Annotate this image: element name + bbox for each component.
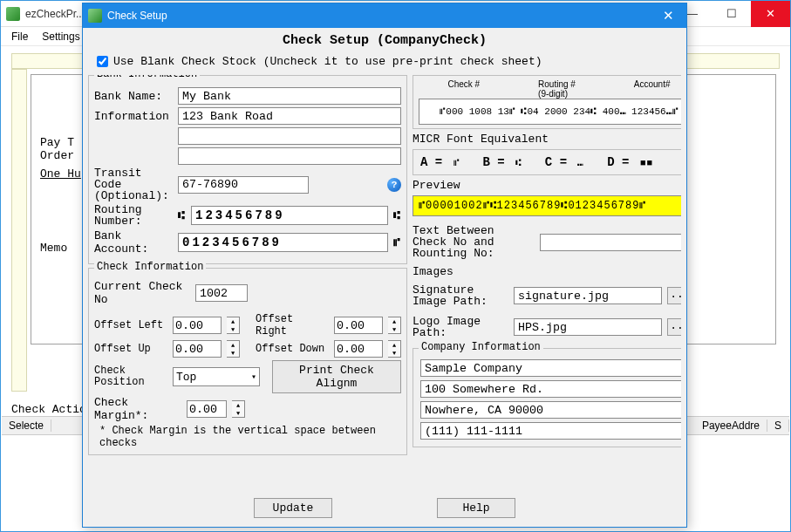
dialog-title: Check Setup (CompanyCheck) bbox=[88, 33, 681, 48]
ruler-vertical bbox=[11, 69, 27, 392]
menu-settings[interactable]: Settings bbox=[35, 31, 86, 43]
preview-label: Preview bbox=[413, 179, 681, 192]
offset-left-spinner[interactable]: ▲▼ bbox=[227, 317, 240, 334]
company-information-group: Company Information bbox=[413, 348, 681, 447]
micr-preview: ⑈00001002⑈⑆123456789⑆0123456789⑈ bbox=[413, 195, 681, 216]
bank-name-label: Bank Name: bbox=[94, 90, 173, 103]
check-margin-input[interactable] bbox=[187, 400, 227, 418]
logo-path-input[interactable] bbox=[514, 318, 662, 336]
routing-number-input[interactable] bbox=[191, 206, 388, 225]
signature-browse-button[interactable]: .. bbox=[667, 287, 681, 304]
routing-right-symbol: ⑆ bbox=[393, 209, 401, 222]
routing-left-symbol: ⑆ bbox=[178, 209, 186, 222]
text-between-input[interactable] bbox=[540, 234, 681, 251]
company-line1-input[interactable] bbox=[420, 359, 681, 377]
check-position-value: Top bbox=[176, 371, 196, 384]
check-margin-note: * Check Margin is the vertical space bet… bbox=[99, 425, 401, 449]
offset-up-label: Offset Up bbox=[94, 343, 167, 355]
offset-right-spinner[interactable]: ▲▼ bbox=[388, 317, 401, 334]
company-info-legend: Company Information bbox=[419, 341, 543, 353]
signature-path-input[interactable] bbox=[514, 287, 662, 304]
dialog-close-button[interactable]: ✕ bbox=[650, 3, 686, 28]
transit-label: Transit Code (Optional): bbox=[94, 167, 173, 201]
offset-up-input[interactable] bbox=[173, 340, 222, 358]
check-position-label: Check Position bbox=[94, 365, 167, 388]
check-setup-dialog: Check Setup ✕ Check Setup (CompanyCheck)… bbox=[82, 3, 687, 528]
account-symbol: ⑈ bbox=[393, 236, 401, 249]
company-line3-input[interactable] bbox=[420, 401, 681, 419]
transit-help-icon[interactable]: ? bbox=[387, 178, 401, 192]
offset-right-label: Offset Right bbox=[256, 313, 329, 338]
dialog-titlebar: Check Setup ✕ bbox=[83, 3, 686, 28]
check-information-group: Check Information Current Check No Offse… bbox=[88, 268, 407, 455]
bank-info3-input[interactable] bbox=[178, 147, 401, 165]
micr-equivalent-label: MICR Font Equivalent bbox=[413, 133, 681, 146]
update-button[interactable]: Update bbox=[254, 498, 332, 518]
offset-right-input[interactable] bbox=[334, 317, 383, 334]
check-position-select[interactable]: Top ▾ bbox=[173, 367, 260, 386]
company-line4-input[interactable] bbox=[420, 422, 681, 440]
offset-left-label: Offset Left bbox=[94, 319, 167, 331]
images-label: Images bbox=[413, 265, 681, 278]
logo-path-label: Logo Image Path: bbox=[413, 316, 508, 338]
check-margin-label: Check Margin*: bbox=[94, 396, 181, 422]
b-label: B = bbox=[482, 155, 512, 169]
bank-info-legend: Bank Information bbox=[94, 75, 200, 80]
sample-account-label: Account# bbox=[634, 79, 671, 99]
account-label: Bank Account: bbox=[94, 229, 173, 256]
check-margin-spinner[interactable]: ▲▼ bbox=[232, 400, 245, 418]
a-glyph: ⑈ bbox=[453, 158, 460, 168]
bank-info1-input[interactable] bbox=[178, 107, 401, 125]
d-label: D = bbox=[607, 155, 637, 169]
text-between-label: Text Between Check No and Rounting No: bbox=[413, 225, 535, 259]
company-line2-input[interactable] bbox=[420, 380, 681, 398]
grid-col-selected[interactable]: Selecte bbox=[2, 419, 51, 432]
bank-account-input[interactable] bbox=[178, 233, 388, 252]
app-icon bbox=[6, 7, 20, 21]
sample-checkno-label: Check # bbox=[447, 79, 480, 99]
information-label: Information bbox=[94, 110, 173, 123]
offset-up-spinner[interactable]: ▲▼ bbox=[227, 340, 240, 358]
bank-info2-input[interactable] bbox=[178, 127, 401, 145]
sample-ninedigit-label: (9-digit) bbox=[538, 89, 568, 99]
sample-micr-line: ⑈000 1008 13⑈ ⑆04 2000 234⑆ 400⑉ 123456⑉… bbox=[419, 99, 681, 125]
dialog-icon bbox=[88, 9, 102, 23]
logo-browse-button[interactable]: .. bbox=[667, 318, 681, 336]
offset-left-input[interactable] bbox=[173, 317, 222, 334]
b-glyph: ⑆ bbox=[515, 158, 522, 168]
sample-routing-label: Routing # bbox=[538, 79, 576, 89]
bank-information-group: Bank Information Bank Name: Information bbox=[88, 75, 407, 264]
micr-font-equivalent-group: A = ⑈ B = ⑆ C = ⑉ D = ■■ bbox=[413, 149, 681, 175]
micr-sample-group: Check # Routing # (9-digit) Account# ⑈00… bbox=[413, 75, 681, 129]
a-label: A = bbox=[420, 155, 450, 169]
maximize-button[interactable]: ☐ bbox=[712, 1, 751, 27]
signature-path-label: Signature Image Path: bbox=[413, 284, 508, 307]
chevron-down-icon: ▾ bbox=[251, 372, 256, 382]
use-blank-stock-checkbox[interactable] bbox=[97, 56, 108, 67]
c-label: C = bbox=[545, 155, 575, 169]
grid-col-s[interactable]: S bbox=[767, 419, 789, 432]
current-check-no-input[interactable] bbox=[195, 284, 248, 302]
offset-down-spinner[interactable]: ▲▼ bbox=[388, 340, 401, 358]
print-check-alignment-button[interactable]: Print Check Alignm bbox=[272, 360, 401, 393]
c-glyph: ⑉ bbox=[577, 158, 584, 168]
offset-down-input[interactable] bbox=[334, 340, 383, 358]
menu-file[interactable]: File bbox=[4, 31, 35, 43]
transit-code-input[interactable] bbox=[178, 176, 309, 194]
bank-name-input[interactable] bbox=[178, 87, 401, 105]
use-blank-stock-label: Use Blank Check Stock (Uncheck it to use… bbox=[113, 55, 542, 68]
offset-down-label: Offset Down bbox=[256, 343, 329, 355]
dialog-titlebar-text: Check Setup bbox=[107, 10, 650, 22]
help-button[interactable]: Help bbox=[437, 498, 515, 518]
current-check-no-label: Current Check No bbox=[94, 280, 190, 306]
d-glyph: ■■ bbox=[640, 158, 653, 168]
check-info-legend: Check Information bbox=[94, 261, 206, 273]
grid-col-payeeaddr[interactable]: PayeeAddre bbox=[695, 419, 767, 432]
routing-label: Routing Number: bbox=[94, 204, 173, 227]
close-button[interactable]: ✕ bbox=[751, 1, 790, 27]
